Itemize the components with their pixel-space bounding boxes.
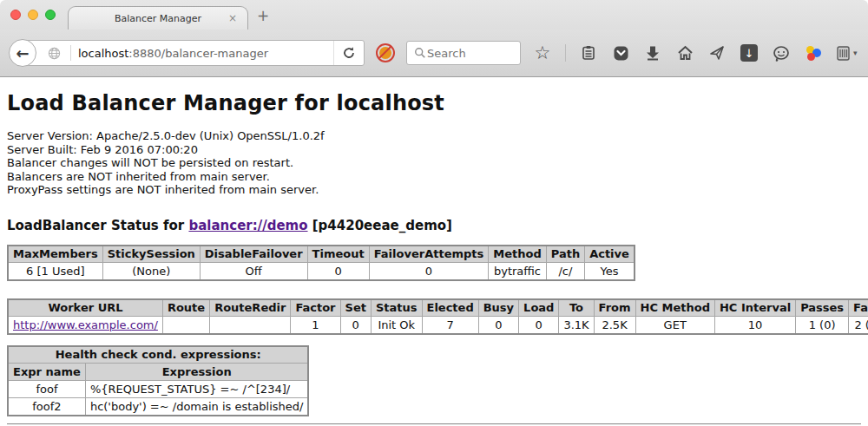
zoom-window-button[interactable] — [45, 10, 56, 20]
downloads-arrow-icon[interactable] — [643, 43, 662, 62]
bookmark-star-icon[interactable]: ☆ — [533, 43, 552, 62]
title-bar: Balancer Manager × + — [0, 0, 868, 29]
server-built-line: Server Built: Feb 9 2016 07:00:20 — [7, 143, 861, 157]
down-arrow-glyph: ↓ — [745, 47, 754, 60]
window-controls — [10, 10, 56, 20]
container-tabs-icon[interactable]: ▾ — [836, 43, 858, 62]
inherit-warning-line: Balancers are NOT inherited from main se… — [7, 170, 861, 184]
table-row: http://www.example.com/ 1 0 Init Ok 7 0 … — [8, 317, 868, 334]
balancer-demo-link[interactable]: balancer://demo — [188, 218, 307, 233]
navigation-toolbar: ← localhost:8880/balancer-manager ☆ — [0, 29, 868, 76]
toolbar-icons: ☆ ↓ — [533, 43, 868, 62]
reload-button[interactable] — [333, 41, 364, 65]
search-bar[interactable] — [406, 41, 521, 65]
balancer-settings-table: MaxMembers StickySession DisableFailover… — [7, 245, 635, 281]
health-check-expressions-table: Health check cond. expressions: Expr nam… — [7, 345, 309, 416]
tab-close-icon[interactable]: × — [228, 12, 237, 24]
globe-icon — [44, 43, 63, 62]
table-title-row: Health check cond. expressions: — [8, 346, 308, 364]
send-page-icon[interactable] — [707, 43, 727, 62]
tab-title: Balancer Manager — [115, 13, 201, 24]
content-blocker-icon[interactable] — [376, 43, 395, 62]
worker-url-link[interactable]: http://www.example.com/ — [13, 318, 158, 331]
page-divider — [7, 423, 861, 425]
search-input[interactable] — [427, 47, 501, 60]
pocket-icon[interactable] — [611, 43, 630, 62]
table-header-row: Expr name Expression — [8, 364, 308, 381]
dropdown-caret-icon: ▾ — [853, 49, 858, 57]
table-header-row: Worker URL Route RouteRedir Factor Set S… — [8, 299, 868, 317]
back-arrow-icon: ← — [16, 44, 29, 62]
persist-warning-line: Balancer changes will NOT be persisted o… — [7, 156, 861, 170]
search-icon — [413, 46, 427, 60]
close-window-button[interactable] — [10, 10, 21, 20]
table-row: foof %{REQUEST_STATUS} =~ /^[234]/ — [8, 381, 308, 398]
reading-list-icon[interactable] — [579, 43, 598, 62]
table-header-row: MaxMembers StickySession DisableFailover… — [8, 246, 635, 263]
downloads-panel-icon[interactable]: ↓ — [740, 43, 759, 62]
proxypass-warning-line: ProxyPass settings are NOT inherited fro… — [7, 183, 861, 197]
table-row: 6 [1 Used] (None) Off 0 0 bytraffic /c/ … — [8, 263, 635, 280]
tab-balancer-manager[interactable]: Balancer Manager × — [68, 6, 248, 29]
browser-chrome: Balancer Manager × + ← localhost:8880/ba… — [0, 0, 868, 77]
url-host-text: localhost — [78, 47, 128, 60]
server-version-line: Server Version: Apache/2.5.0-dev (Unix) … — [7, 129, 861, 143]
minimize-window-button[interactable] — [28, 10, 38, 20]
balancer-status-heading: LoadBalancer Status for balancer://demo … — [7, 218, 861, 233]
url-bar[interactable]: localhost:8880/balancer-manager — [24, 40, 365, 66]
extension-dots-icon[interactable] — [804, 43, 823, 62]
url-path-text: :8880/balancer-manager — [128, 47, 268, 60]
server-info: Server Version: Apache/2.5.0-dev (Unix) … — [7, 129, 861, 197]
table-row: foof2 hc('body') =~ /domain is establish… — [8, 398, 308, 416]
new-tab-button[interactable]: + — [257, 9, 269, 23]
health-table-title: Health check cond. expressions: — [8, 346, 308, 364]
worker-status-table: Worker URL Route RouteRedir Factor Set S… — [7, 298, 868, 335]
page-title: Load Balancer Manager for localhost — [7, 91, 861, 115]
page-content: Load Balancer Manager for localhost Serv… — [0, 77, 868, 425]
back-button[interactable]: ← — [9, 39, 36, 67]
urlbar-divider — [70, 45, 71, 61]
feedback-smiley-icon[interactable] — [772, 43, 791, 62]
home-icon[interactable] — [675, 43, 694, 62]
reload-icon — [342, 46, 356, 60]
